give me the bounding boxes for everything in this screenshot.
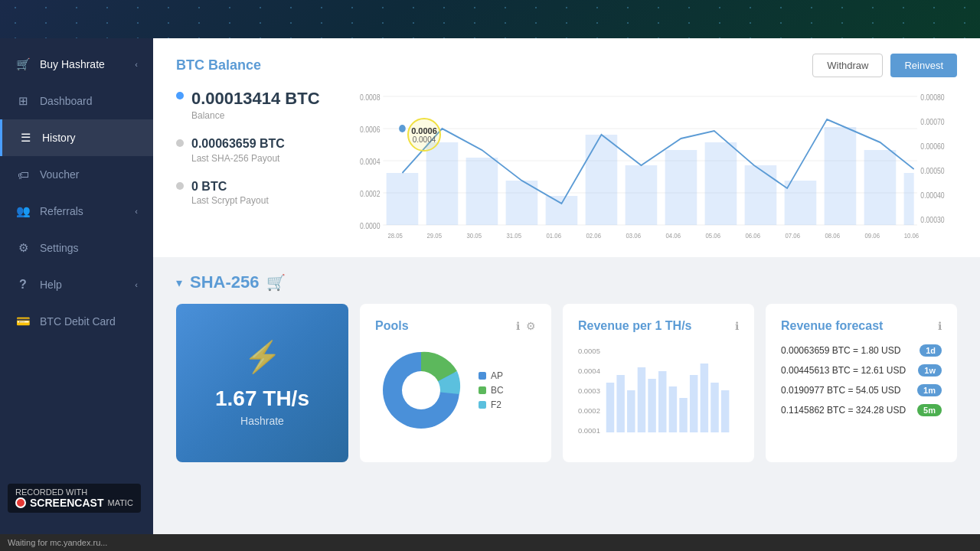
revenue-bar-chart: 0.0005 0.0004 0.0003 0.0002 0.0001 <box>578 344 739 444</box>
scrypt-label: Last Scrypt Payout <box>191 195 269 206</box>
sidebar-item-label: Settings <box>40 242 79 254</box>
sidebar: 🛒 Buy Hashrate ‹ ⊞ Dashboard ☰ History 🏷… <box>0 38 153 551</box>
pools-card-header: Pools ℹ ⚙ <box>375 319 536 333</box>
chart-svg: 0.0008 0.0006 0.0004 0.0002 0.0000 0.000… <box>360 89 957 242</box>
svg-rect-60 <box>690 375 698 432</box>
f2-label: F2 <box>491 399 501 410</box>
top-bar <box>0 0 980 38</box>
info-icon[interactable]: ℹ <box>516 320 520 332</box>
svg-text:01.06: 01.06 <box>547 231 562 240</box>
ap-color-dot <box>479 372 486 380</box>
legend-f2: F2 <box>479 399 504 410</box>
forecast-badge-1d: 1d <box>920 344 942 357</box>
svg-point-30 <box>399 125 406 132</box>
svg-rect-20 <box>546 196 578 225</box>
hashrate-value: 1.67 TH/s <box>215 386 309 411</box>
forecast-badge-1m: 1m <box>917 384 942 396</box>
reinvest-button[interactable]: Reinvest <box>890 54 957 77</box>
svg-rect-18 <box>466 158 498 225</box>
revenue-card-header: Revenue per 1 TH/s ℹ <box>578 319 739 333</box>
svg-text:0.00080: 0.00080 <box>920 93 944 102</box>
content-area: BTC Balance Withdraw Reinvest 0.00013414… <box>153 38 980 551</box>
scrypt-details: 0 BTC Last Scrypt Payout <box>191 179 269 206</box>
svg-rect-25 <box>745 165 777 225</box>
sidebar-item-settings[interactable]: ⚙ Settings <box>0 230 153 266</box>
sidebar-item-voucher[interactable]: 🏷 Voucher <box>0 156 153 193</box>
withdraw-button[interactable]: Withdraw <box>812 54 883 77</box>
info-icon[interactable]: ℹ <box>735 320 739 332</box>
sha-cart-icon[interactable]: 🛒 <box>266 273 286 292</box>
info-icon[interactable]: ℹ <box>938 320 942 332</box>
sidebar-item-label: Buy Hashrate <box>40 58 105 70</box>
sidebar-item-dashboard[interactable]: ⊞ Dashboard <box>0 83 153 119</box>
forecast-amount-5m: 0.1145862 BTC = 324.28 USD <box>781 405 906 416</box>
ap-label: AP <box>491 370 503 381</box>
svg-text:0.0003: 0.0003 <box>578 387 600 395</box>
sidebar-item-history[interactable]: ☰ History <box>0 119 153 156</box>
svg-text:05.06: 05.06 <box>706 231 721 240</box>
sidebar-item-help[interactable]: ? Help ‹ <box>0 266 153 303</box>
pie-legend: AP BC F2 <box>479 370 504 410</box>
screencast-watermark: RECORDED WITH SCREENCAST MATIC <box>8 484 141 513</box>
svg-rect-62 <box>710 383 719 432</box>
sidebar-item-label: Voucher <box>40 168 79 181</box>
svg-text:0.0005: 0.0005 <box>578 347 600 355</box>
sidebar-item-label: Help <box>40 279 62 291</box>
svg-text:02.06: 02.06 <box>586 231 602 240</box>
forecast-amount-1d: 0.00063659 BTC = 1.80 USD <box>781 345 900 356</box>
btc-chart: 0.0008 0.0006 0.0004 0.0002 0.0000 0.000… <box>360 89 957 242</box>
balance-indicator-dot <box>176 92 184 99</box>
pools-title: Pools <box>375 319 409 333</box>
svg-text:0.0008: 0.0008 <box>360 93 380 102</box>
btc-header: BTC Balance Withdraw Reinvest <box>176 54 957 77</box>
forecast-rows: 0.00063659 BTC = 1.80 USD 1d 0.00445613 … <box>781 344 942 416</box>
svg-rect-28 <box>864 150 897 225</box>
svg-rect-56 <box>648 379 656 432</box>
svg-text:0.0002: 0.0002 <box>360 190 380 198</box>
svg-rect-29 <box>904 173 914 225</box>
svg-rect-54 <box>627 390 635 432</box>
svg-text:08.06: 08.06 <box>825 231 841 240</box>
svg-text:28.05: 28.05 <box>387 231 403 240</box>
sidebar-item-btc-debit[interactable]: 💳 BTC Debit Card <box>0 303 153 340</box>
gear-icon[interactable]: ⚙ <box>526 320 536 332</box>
status-text: Waiting for mc.yandex.ru... <box>8 538 107 547</box>
svg-text:0.00040: 0.00040 <box>920 191 944 200</box>
btc-scrypt-payout: 0 BTC Last Scrypt Payout <box>176 179 345 206</box>
f2-color-dot <box>479 401 486 409</box>
svg-rect-53 <box>616 375 625 432</box>
svg-text:03.06: 03.06 <box>626 231 642 240</box>
tooltip-sub: 0.0004 <box>413 135 436 144</box>
sidebar-item-referrals[interactable]: 👥 Referrals ‹ <box>0 193 153 230</box>
main-layout: 🛒 Buy Hashrate ‹ ⊞ Dashboard ☰ History 🏷… <box>0 38 980 551</box>
sha-indicator-dot <box>176 139 184 147</box>
forecast-badge-1w: 1w <box>918 364 942 377</box>
chart-tooltip: 0.0006 0.0004 <box>407 118 441 152</box>
pools-card: Pools ℹ ⚙ <box>360 304 551 462</box>
svg-text:0.0006: 0.0006 <box>360 126 380 134</box>
revenue-th-title: Revenue per 1 TH/s <box>578 319 692 333</box>
svg-text:07.06: 07.06 <box>786 231 801 240</box>
balance-label: Balance <box>191 110 320 121</box>
btc-sha-payout: 0.00063659 BTC Last SHA-256 Payout <box>176 136 345 163</box>
forecast-title: Revenue forecast <box>781 319 883 333</box>
record-dot-icon <box>15 497 26 508</box>
svg-point-46 <box>402 371 440 409</box>
voucher-icon: 🏷 <box>15 167 31 182</box>
svg-rect-16 <box>387 173 419 225</box>
svg-text:29.05: 29.05 <box>427 231 443 240</box>
tooltip-value: 0.0006 <box>411 126 437 135</box>
sha-details: 0.00063659 BTC Last SHA-256 Payout <box>191 136 285 163</box>
btc-balance-main: 0.00013414 BTC Balance <box>176 89 345 121</box>
sidebar-item-buy-hashrate[interactable]: 🛒 Buy Hashrate ‹ <box>0 46 153 83</box>
revenue-forecast-card: Revenue forecast ℹ 0.00063659 BTC = 1.80… <box>766 304 957 462</box>
svg-text:0.0002: 0.0002 <box>578 407 600 415</box>
sidebar-item-label: Referrals <box>40 205 83 217</box>
btc-actions: Withdraw Reinvest <box>812 54 957 77</box>
svg-rect-57 <box>658 371 667 432</box>
forecast-card-icons: ℹ <box>938 320 942 332</box>
forecast-amount-1m: 0.0190977 BTC = 54.05 USD <box>781 385 900 396</box>
svg-text:10.06: 10.06 <box>904 231 920 240</box>
svg-rect-23 <box>665 150 697 225</box>
forecast-badge-5m: 5m <box>917 404 942 416</box>
